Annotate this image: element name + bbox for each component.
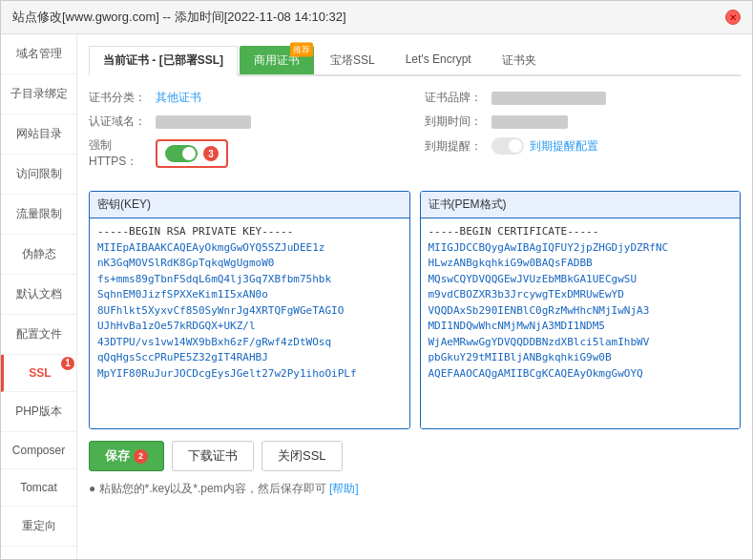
cert-https-label: 强制HTTPS： (89, 137, 156, 170)
key-box-header: 密钥(KEY) (90, 192, 409, 218)
sidebar-item-config-file[interactable]: 配置文件 (1, 315, 76, 355)
commercial-cert-badge: 推荐 (290, 43, 313, 57)
cert-domain-row: 认证域名： (89, 114, 406, 130)
save-button[interactable]: 保存 2 (89, 441, 164, 471)
cert-brand-label: 证书品牌： (425, 90, 492, 106)
main-window: 站点修改[www.gworg.com] -- 添加时间[2022-11-08 1… (0, 0, 753, 560)
tab-baota-ssl[interactable]: 宝塔SSL (316, 46, 389, 74)
key-line-5: 8UFhlkt5XyxvCf850SyWnrJg4XRTQFgWGeTAGIO (97, 303, 402, 320)
key-line-0: -----BEGIN RSA PRIVATE KEY----- (97, 224, 402, 240)
cert-line-9: AQEFAAOCAQgAMIIBCgKCAQEAyOkmgGwOYQ (429, 366, 733, 383)
close-button[interactable]: ✕ (725, 10, 741, 25)
cert-line-4: m9vdCBOZXR3b3JrcywgTExDMRUwEwYD (429, 287, 733, 303)
cert-expire-label: 到期时间： (425, 114, 492, 130)
sidebar-item-access-limit[interactable]: 访问限制 (1, 155, 76, 195)
tab-lets-encrypt[interactable]: Let's Encrypt (391, 46, 486, 74)
sidebar-item-default-doc[interactable]: 默认文档 (1, 275, 76, 315)
sidebar: 域名管理 子目录绑定 网站目录 访问限制 流量限制 伪静态 默认文档 配置文件 … (1, 34, 77, 559)
expire-reminder: 到期提醒配置 (492, 137, 598, 155)
sidebar-item-flow-limit[interactable]: 流量限制 (1, 195, 76, 235)
hint-link[interactable]: [帮助] (329, 482, 359, 495)
cert-domain-label: 认证域名： (89, 114, 156, 130)
cert-expire-row: 到期时间： (425, 114, 742, 130)
sidebar-item-pseudo-static[interactable]: 伪静态 (1, 235, 76, 275)
key-cert-area: 密钥(KEY) -----BEGIN RSA PRIVATE KEY----- … (89, 191, 741, 429)
cert-category-label: 证书分类： (89, 90, 156, 106)
hint-content: 粘贴您的*.key以及*.pem内容，然后保存即可 (99, 482, 326, 495)
cert-remind-label: 到期提醒： (425, 138, 492, 155)
cert-box: 证书(PEM格式) -----BEGIN CERTIFICATE----- MI… (420, 191, 742, 429)
cert-line-7: WjAeMRwwGgYDVQQDDBNzdXBlci5lamIhbWV (429, 335, 733, 351)
cert-line-6: MDI1NDQwWhcNMjMwNjA3MDI1NDM5 (429, 319, 733, 335)
expire-reminder-link[interactable]: 到期提醒配置 (530, 138, 598, 155)
cert-line-8: pbGkuY29tMIIBljANBgkqhkiG9w0B (429, 350, 733, 366)
key-line-6: UJhHvBa1zOe57kRDGQX+UKZ/l (97, 319, 402, 335)
save-badge: 2 (134, 449, 148, 464)
cert-expire-value (492, 115, 568, 129)
cert-line-2: HLwzANBgkqhkiG9w0BAQsFADBB (429, 256, 733, 272)
toggle-slider (165, 145, 198, 162)
save-button-label: 保存 (105, 447, 130, 465)
window-title: 站点修改[www.gworg.com] -- 添加时间[2022-11-08 1… (12, 9, 346, 26)
key-line-4: SqhnEM0JizfSPXXeKim1I5xAN0o (97, 287, 402, 303)
sidebar-item-tomcat[interactable]: Tomcat (1, 469, 76, 507)
key-box-content[interactable]: -----BEGIN RSA PRIVATE KEY----- MIIEpAIB… (90, 218, 409, 428)
key-line-3: fs+mms89gTbnFSdqL6mQ4lj3Gq7XBfbm75hbk (97, 272, 402, 288)
cert-line-0: -----BEGIN CERTIFICATE----- (429, 224, 733, 240)
tab-bar: 当前证书 - [已部署SSL] 商用证书 推荐 宝塔SSL Let's Encr… (89, 46, 741, 76)
title-bar: 站点修改[www.gworg.com] -- 添加时间[2022-11-08 1… (1, 1, 752, 34)
sidebar-item-php-version[interactable]: PHP版本 (1, 392, 76, 432)
cert-box-content[interactable]: -----BEGIN CERTIFICATE----- MIIGJDCCBQyg… (421, 218, 741, 428)
cert-info: 证书分类： 其他证书 认证域名： 强制HTTPS： (89, 90, 741, 177)
key-box: 密钥(KEY) -----BEGIN RSA PRIVATE KEY----- … (89, 191, 410, 429)
main-layout: 域名管理 子目录绑定 网站目录 访问限制 流量限制 伪静态 默认文档 配置文件 … (1, 34, 752, 559)
sidebar-item-composer[interactable]: Composer (1, 432, 76, 469)
sidebar-item-ssl[interactable]: SSL 1 (1, 355, 76, 392)
close-ssl-button[interactable]: 关闭SSL (261, 441, 343, 471)
cert-box-header: 证书(PEM格式) (421, 192, 741, 218)
hint-main: ● (89, 482, 99, 495)
sidebar-item-website-dir[interactable]: 网站目录 (1, 114, 76, 155)
cert-line-5: VQQDAxSb290IENBlC0gRzMwHhcNMjIwNjA3 (429, 303, 733, 320)
https-badge: 3 (203, 146, 219, 161)
tab-commercial-cert[interactable]: 商用证书 推荐 (240, 46, 314, 74)
key-line-8: qQqHgsSccPRuPE5Z32gIT4RAHBJ (97, 350, 402, 366)
cert-info-right: 证书品牌： 到期时间： 到期提醒： (425, 90, 742, 177)
key-line-9: MpYIF80RuJurJOCDcgEysJGelt27w2Py1ihoOiPL… (97, 366, 402, 383)
cert-brand-value (492, 92, 606, 105)
key-line-7: 43DTPU/vs1vw14WX9bBxh6zF/gRwf4zDtWOsq (97, 335, 402, 351)
cert-category-value: 其他证书 (156, 90, 201, 106)
sidebar-item-ssl-wrap: SSL 1 (1, 355, 76, 392)
cert-remind-row: 到期提醒： 到期提醒配置 (425, 137, 742, 155)
content-area: 当前证书 - [已部署SSL] 商用证书 推荐 宝塔SSL Let's Encr… (77, 34, 752, 559)
cert-info-left: 证书分类： 其他证书 认证域名： 强制HTTPS： (89, 90, 406, 177)
hint-text: ● 粘贴您的*.key以及*.pem内容，然后保存即可 [帮助] (89, 481, 741, 497)
cert-https-row: 强制HTTPS： 3 (89, 137, 406, 170)
sidebar-item-reverse-proxy[interactable]: 反向代理 (1, 547, 76, 559)
cert-brand-row: 证书品牌： (425, 90, 742, 106)
cert-domain-value (156, 115, 251, 129)
remind-toggle-slider (492, 137, 524, 155)
cert-line-3: MQswCQYDVQQGEwJVUzEbMBkGA1UECgwSU (429, 272, 733, 288)
sidebar-item-domain[interactable]: 域名管理 (1, 34, 76, 74)
https-toggle-container: 3 (156, 139, 228, 168)
sidebar-item-redirect[interactable]: 重定向 (1, 507, 76, 547)
cert-line-1: MIIGJDCCBQygAwIBAgIQFUY2jpZHGDjyDZRfNC (429, 240, 733, 257)
ssl-badge: 1 (61, 357, 74, 370)
cert-category-row: 证书分类： 其他证书 (89, 90, 406, 106)
download-button[interactable]: 下载证书 (172, 441, 254, 471)
remind-toggle[interactable] (492, 137, 524, 155)
action-buttons: 保存 2 下载证书 关闭SSL (89, 441, 741, 471)
https-toggle[interactable] (165, 145, 198, 162)
sidebar-item-subdir[interactable]: 子目录绑定 (1, 74, 76, 114)
tab-current-cert[interactable]: 当前证书 - [已部署SSL] (89, 46, 238, 76)
tab-cert-file[interactable]: 证书夹 (488, 46, 551, 74)
key-line-1: MIIEpAIBAAKCAQEAyOkmgGwOYQ5SZJuDEE1z (97, 240, 402, 257)
key-line-2: nK3GqMOVSlRdK8GpTqkqWgUgmoW0 (97, 256, 402, 272)
